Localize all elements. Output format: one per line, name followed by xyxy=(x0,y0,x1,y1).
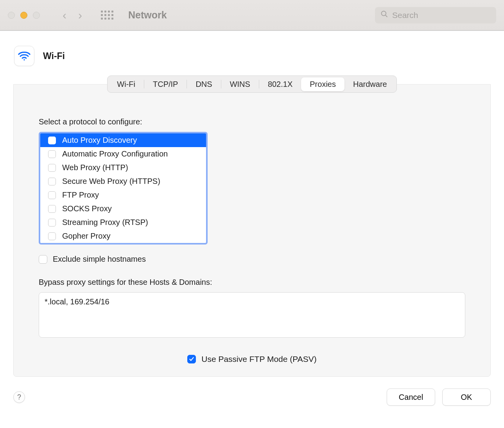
protocol-label: Gopher Proxy xyxy=(62,232,110,241)
protocol-label: Secure Web Proxy (HTTPS) xyxy=(62,177,160,186)
proxies-panel: Select a protocol to configure: Auto Pro… xyxy=(13,84,491,377)
protocol-checkbox[interactable] xyxy=(48,137,56,144)
back-button[interactable]: ‹ xyxy=(63,9,66,22)
protocol-label: FTP Proxy xyxy=(62,191,99,200)
protocol-row-gopher[interactable]: Gopher Proxy xyxy=(40,229,206,243)
protocol-checkbox[interactable] xyxy=(48,164,56,172)
sheet-footer: ? Cancel OK xyxy=(0,382,504,406)
protocol-row-socks[interactable]: SOCKS Proxy xyxy=(40,202,206,216)
protocol-checkbox[interactable] xyxy=(48,205,56,213)
show-all-icon[interactable] xyxy=(101,11,113,20)
select-protocol-label: Select a protocol to configure: xyxy=(39,117,465,126)
minimize-icon[interactable] xyxy=(20,12,27,19)
tab-dns[interactable]: DNS xyxy=(187,77,221,91)
search-input[interactable]: Search xyxy=(375,7,496,23)
bypass-textarea[interactable] xyxy=(39,292,465,338)
forward-button[interactable]: › xyxy=(78,9,82,22)
protocol-label: Streaming Proxy (RTSP) xyxy=(62,218,148,227)
bypass-label: Bypass proxy settings for these Hosts & … xyxy=(39,278,465,287)
protocol-list[interactable]: Auto Proxy Discovery Automatic Proxy Con… xyxy=(39,132,208,245)
passive-ftp-label: Use Passive FTP Mode (PASV) xyxy=(201,354,316,364)
tab-8021x[interactable]: 802.1X xyxy=(259,77,301,91)
exclude-simple-checkbox[interactable] xyxy=(39,255,47,264)
window-controls xyxy=(8,12,40,19)
protocol-label: Auto Proxy Discovery xyxy=(62,136,137,145)
tab-proxies[interactable]: Proxies xyxy=(301,77,344,91)
zoom-icon[interactable] xyxy=(33,12,40,19)
exclude-simple-row[interactable]: Exclude simple hostnames xyxy=(39,255,465,264)
tab-tcpip[interactable]: TCP/IP xyxy=(144,77,187,91)
passive-ftp-checkbox[interactable] xyxy=(187,355,196,363)
tab-hardware[interactable]: Hardware xyxy=(344,77,396,91)
ok-button[interactable]: OK xyxy=(442,388,491,406)
protocol-row-http[interactable]: Web Proxy (HTTP) xyxy=(40,161,206,174)
search-icon xyxy=(380,10,388,20)
wifi-icon xyxy=(14,46,34,66)
tabbar-inner: Wi-Fi TCP/IP DNS WINS 802.1X Proxies Har… xyxy=(107,76,396,93)
protocol-checkbox[interactable] xyxy=(48,232,56,240)
protocol-label: Web Proxy (HTTP) xyxy=(62,163,128,172)
protocol-checkbox[interactable] xyxy=(48,191,56,199)
search-placeholder: Search xyxy=(392,11,418,20)
cancel-button[interactable]: Cancel xyxy=(387,388,435,406)
panel-title: Wi-Fi xyxy=(43,51,65,61)
svg-line-1 xyxy=(386,15,387,17)
protocol-row-https[interactable]: Secure Web Proxy (HTTPS) xyxy=(40,174,206,188)
tab-wifi[interactable]: Wi-Fi xyxy=(108,77,144,91)
protocol-row-ftp[interactable]: FTP Proxy xyxy=(40,188,206,202)
protocol-label: SOCKS Proxy xyxy=(62,204,112,213)
preferences-sheet: Wi-Fi Wi-Fi TCP/IP DNS WINS 802.1X Proxi… xyxy=(0,31,504,428)
tab-wins[interactable]: WINS xyxy=(221,77,259,91)
protocol-checkbox[interactable] xyxy=(48,150,56,158)
svg-point-2 xyxy=(23,59,25,60)
nav-arrows: ‹ › xyxy=(63,9,82,22)
help-button[interactable]: ? xyxy=(13,391,25,403)
window-title: Network xyxy=(128,9,167,21)
protocol-label: Automatic Proxy Configuration xyxy=(62,149,168,158)
exclude-simple-label: Exclude simple hostnames xyxy=(53,255,146,264)
svg-point-0 xyxy=(382,11,386,16)
protocol-row-rtsp[interactable]: Streaming Proxy (RTSP) xyxy=(40,216,206,229)
window-titlebar: ‹ › Network Search xyxy=(0,0,504,31)
close-icon[interactable] xyxy=(8,12,15,19)
protocol-row-auto-discovery[interactable]: Auto Proxy Discovery xyxy=(40,133,206,147)
protocol-row-auto-config[interactable]: Automatic Proxy Configuration xyxy=(40,147,206,161)
protocol-checkbox[interactable] xyxy=(48,219,56,227)
protocol-checkbox[interactable] xyxy=(48,178,56,185)
passive-ftp-row[interactable]: Use Passive FTP Mode (PASV) xyxy=(39,354,465,364)
panel-header: Wi-Fi xyxy=(0,46,504,76)
